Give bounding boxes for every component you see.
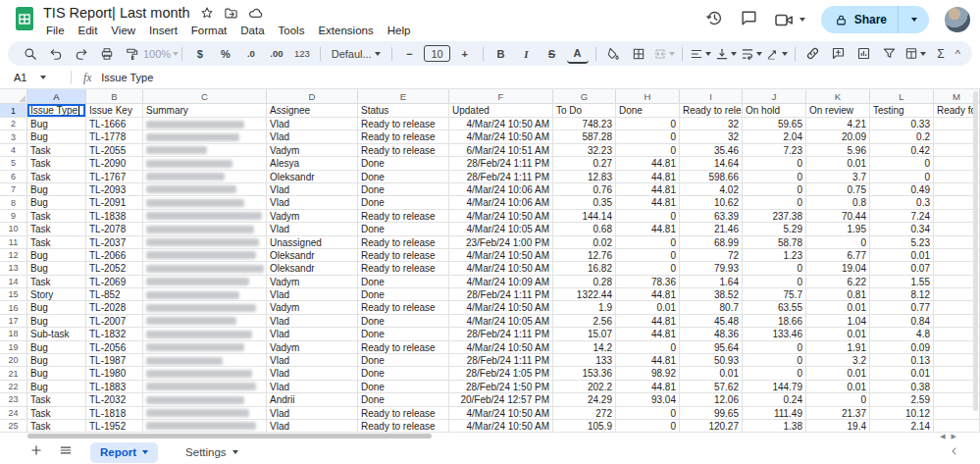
cell[interactable]: 0.42 — [870, 144, 934, 157]
cell[interactable]: 0.2 — [870, 130, 934, 143]
cell[interactable]: 44.81 — [616, 288, 680, 301]
cell[interactable]: 0.01 — [806, 157, 870, 170]
cell[interactable]: Vlad — [267, 130, 358, 143]
meet-dropdown-caret[interactable] — [799, 18, 805, 22]
cell[interactable]: Ready to release — [680, 104, 743, 118]
column-header-I[interactable]: I — [680, 89, 743, 104]
cell[interactable]: 0.3 — [870, 196, 934, 209]
cell[interactable]: 748.23 — [553, 118, 616, 130]
cell[interactable]: Done — [358, 393, 449, 406]
column-header-C[interactable]: C — [143, 89, 267, 104]
cell[interactable]: Issue Key — [86, 104, 143, 118]
cell[interactable]: Bug — [27, 341, 86, 354]
cell[interactable]: 12.06 — [680, 393, 743, 406]
cell[interactable]: 45.48 — [680, 315, 743, 328]
insert-comment-icon[interactable] — [828, 43, 850, 64]
cell[interactable]: 587.28 — [553, 130, 616, 143]
cell[interactable]: 4/Mar/24 10:50 AM — [449, 130, 553, 143]
column-header-A[interactable]: A — [27, 89, 86, 104]
cell[interactable]: 44.81 — [616, 183, 680, 196]
cell[interactable]: Story — [27, 288, 86, 301]
cell[interactable]: 19.04 — [806, 262, 870, 275]
cell[interactable]: Unassigned — [267, 236, 358, 249]
cell[interactable]: 1.91 — [806, 341, 870, 354]
scrollbar-arrows[interactable]: ◀▶ — [940, 433, 962, 440]
cell[interactable]: Vlad — [267, 354, 358, 367]
print-icon[interactable] — [96, 43, 118, 64]
cell[interactable]: 0 — [616, 130, 680, 143]
cell[interactable]: 1.9 — [553, 301, 616, 314]
cell[interactable]: TL-1838 — [86, 210, 143, 223]
cell[interactable]: TL-1987 — [86, 354, 143, 367]
cell[interactable]: 4/Mar/24 10:06 AM — [449, 183, 553, 196]
cell[interactable]: 0.24 — [743, 393, 806, 406]
cell[interactable]: Task — [27, 236, 86, 249]
cell[interactable]: Task — [27, 144, 86, 157]
cell[interactable]: 2.56 — [553, 315, 616, 328]
cell[interactable] — [143, 288, 267, 301]
cell[interactable]: Done — [358, 354, 449, 367]
cell[interactable]: 1.95 — [806, 223, 870, 235]
share-button[interactable]: Share — [821, 6, 929, 33]
cell[interactable]: 44.81 — [616, 328, 680, 340]
cell[interactable]: 0.35 — [553, 196, 616, 209]
cell[interactable]: Done — [616, 104, 680, 118]
cell[interactable]: 23/Feb/24 1:00 PM — [449, 236, 553, 249]
paint-format-icon[interactable] — [122, 43, 143, 64]
row-header[interactable]: 13 — [0, 262, 27, 275]
cell[interactable]: Vlad — [267, 367, 358, 380]
cell[interactable]: 0.75 — [806, 183, 870, 196]
row-header[interactable]: 17 — [0, 315, 27, 328]
cell[interactable]: Done — [358, 196, 449, 209]
cell[interactable]: 28/Feb/24 1:50 PM — [449, 381, 553, 393]
cell[interactable]: Ready to release — [358, 262, 449, 275]
cell[interactable]: 4.21 — [806, 118, 870, 130]
cell[interactable]: 272 — [553, 407, 616, 420]
font-size-input[interactable]: 10 — [424, 45, 449, 62]
cell[interactable]: 0 — [870, 171, 934, 183]
cell[interactable]: 0 — [870, 157, 934, 170]
cell[interactable] — [143, 183, 267, 196]
cell[interactable]: To Do — [553, 104, 616, 118]
cell[interactable]: 80.7 — [680, 301, 743, 314]
cell[interactable]: 0.01 — [616, 301, 680, 314]
row-header[interactable]: 25 — [0, 420, 27, 433]
row-header[interactable]: 20 — [0, 354, 27, 367]
row-header[interactable]: 2 — [0, 118, 27, 130]
menu-edit[interactable]: Edit — [72, 24, 105, 37]
menu-extensions[interactable]: Extensions — [311, 24, 380, 37]
cell[interactable]: Vlad — [267, 118, 358, 130]
cell[interactable]: TL-2056 — [86, 341, 143, 354]
cell[interactable]: 0.38 — [870, 381, 934, 393]
column-header-K[interactable]: K — [806, 89, 870, 104]
cell[interactable]: 0 — [743, 157, 806, 170]
cell[interactable]: 19.4 — [806, 420, 870, 433]
cell[interactable]: 0.49 — [870, 183, 934, 196]
cell[interactable]: Vlad — [267, 315, 358, 328]
cell[interactable]: 0 — [616, 144, 680, 157]
cell[interactable]: TL-1666 — [86, 118, 143, 130]
cell[interactable]: 0.01 — [870, 367, 934, 380]
cell[interactable] — [143, 367, 267, 380]
vertical-align-icon[interactable] — [715, 43, 737, 64]
cell[interactable]: 1.55 — [870, 276, 934, 288]
cell[interactable]: TL-2032 — [86, 393, 143, 406]
cell[interactable]: 1322.44 — [553, 288, 616, 301]
cell[interactable] — [143, 210, 267, 223]
cell[interactable]: Vadym — [267, 276, 358, 288]
cell[interactable]: 95.64 — [680, 341, 743, 354]
cell[interactable]: 78.36 — [616, 276, 680, 288]
merge-cells-icon[interactable] — [653, 43, 675, 64]
cell[interactable]: Done — [358, 381, 449, 393]
cell[interactable]: 6.77 — [806, 249, 870, 262]
undo-icon[interactable] — [45, 43, 67, 64]
cell[interactable]: 0.02 — [553, 236, 616, 249]
cell[interactable]: Vlad — [267, 183, 358, 196]
row-header[interactable]: 11 — [0, 236, 27, 249]
cell[interactable]: 0.13 — [870, 354, 934, 367]
cell[interactable]: 20.09 — [806, 130, 870, 143]
cell[interactable]: 3.7 — [806, 171, 870, 183]
cell[interactable]: Task — [27, 276, 86, 288]
row-header[interactable]: 8 — [0, 196, 27, 209]
text-rotation-icon[interactable] — [766, 43, 788, 64]
